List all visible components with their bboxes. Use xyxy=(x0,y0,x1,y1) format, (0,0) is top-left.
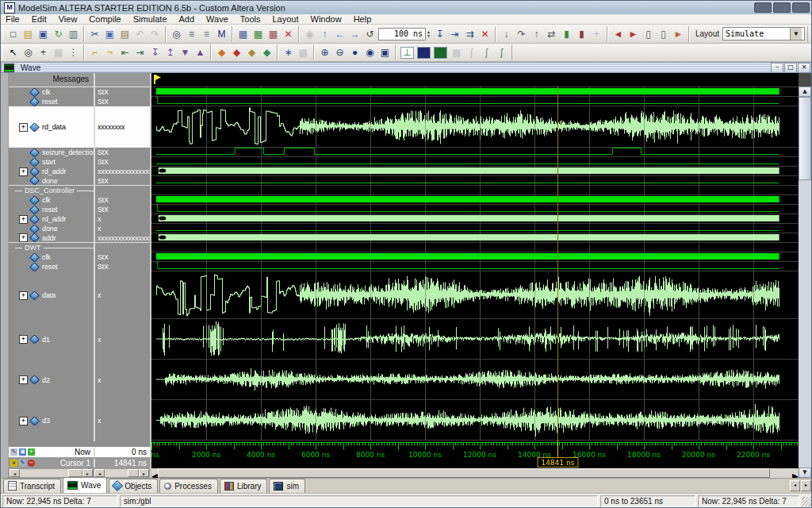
step-over-button[interactable]: ↷ xyxy=(514,27,529,41)
pan-mode-button[interactable]: + xyxy=(36,45,51,60)
tab-objects[interactable]: Objects xyxy=(109,479,158,493)
expand-button[interactable]: + xyxy=(19,417,28,425)
lock-cursor-icon[interactable]: ∎ xyxy=(10,460,17,467)
wave-canvas[interactable] xyxy=(151,73,799,468)
maximize-button[interactable] xyxy=(773,2,791,13)
follow-selection-button[interactable]: ► xyxy=(671,27,686,41)
menu-compile[interactable]: Compile xyxy=(89,14,121,24)
view-marker-icon[interactable]: ▣ xyxy=(19,448,26,456)
edit-cursor-icon[interactable]: ✎ xyxy=(19,460,26,467)
expanded-time-deltas-button[interactable] xyxy=(417,47,431,59)
save-button[interactable]: ▣ xyxy=(36,27,51,41)
wave-hscrollbar[interactable]: ◂ ▸ xyxy=(151,468,799,478)
env-forward-button[interactable]: → xyxy=(347,27,362,41)
next-transition-button[interactable]: ⇥ xyxy=(132,45,147,60)
scroll-right-icon[interactable]: ▸ xyxy=(139,469,149,477)
refresh-button[interactable]: ◉ xyxy=(302,27,317,41)
zoom-out-button[interactable]: ⊖ xyxy=(332,45,347,60)
copy-button[interactable]: ▣ xyxy=(102,27,117,41)
expand-button[interactable]: + xyxy=(19,167,28,176)
paste-button[interactable]: ▤ xyxy=(117,27,132,41)
zoom-full-button[interactable]: ● xyxy=(347,45,362,60)
step-out-button[interactable]: ↑ xyxy=(529,27,544,41)
step-current-button[interactable]: ⇄ xyxy=(544,27,559,41)
panel-close-button[interactable]: ✕ xyxy=(798,63,810,73)
expand-button[interactable]: + xyxy=(19,215,28,224)
open-button[interactable]: ▤ xyxy=(21,27,36,41)
cut-button[interactable]: ✂ xyxy=(87,27,102,41)
expand-button[interactable]: + xyxy=(19,291,28,300)
values-hscroll-thumb[interactable] xyxy=(128,469,139,477)
chevron-down-icon[interactable]: ▼ xyxy=(790,28,802,40)
filter-signals-button[interactable]: ▩ xyxy=(296,45,311,60)
wave-compare-button[interactable]: + xyxy=(589,27,604,41)
group-divider-DSC_Controller[interactable]: DSC_Controller xyxy=(9,186,150,195)
menu-simulate[interactable]: Simulate xyxy=(133,14,167,24)
signal-row-d1[interactable]: +d1x xyxy=(9,319,150,360)
find-button[interactable]: ◎ xyxy=(169,27,184,41)
compile-button[interactable]: ▦ xyxy=(236,27,251,41)
signal-row-data[interactable]: +datax xyxy=(9,271,150,319)
restart-button[interactable]: ↺ xyxy=(362,27,377,41)
expand-env-button[interactable]: ≡ xyxy=(184,27,199,41)
env-up-button[interactable]: ↑ xyxy=(317,27,332,41)
panel-restore-button[interactable]: □ xyxy=(784,63,797,73)
print-button[interactable]: ▥ xyxy=(66,27,81,41)
tab-sim[interactable]: sim xyxy=(269,479,305,493)
zoom-mode-button[interactable]: ◎ xyxy=(21,45,36,60)
prev-transition-button[interactable]: ⇤ xyxy=(117,45,132,60)
signal-row-rd_addr[interactable]: +rd_addrx xyxy=(9,214,150,224)
menu-file[interactable]: File xyxy=(6,14,20,24)
tab-transcript[interactable]: Transcript xyxy=(3,479,61,493)
combine-signals-button[interactable]: ∗ xyxy=(281,45,296,60)
cursor-row[interactable]: ∎ ✎ − Cursor 1 14841 ns xyxy=(9,457,150,468)
menu-tools[interactable]: Tools xyxy=(240,14,261,24)
select-mode-button[interactable]: ↖ xyxy=(6,45,21,60)
resize-grip[interactable] xyxy=(802,497,811,506)
expand-grid-button[interactable]: ▦ xyxy=(449,45,464,60)
compile-all-button[interactable]: ▦ xyxy=(251,27,266,41)
modelsim-docs-button[interactable]: M xyxy=(214,27,229,41)
signal-row-done[interactable]: +donex xyxy=(9,224,150,233)
collapse-env-button[interactable]: ≡ xyxy=(199,27,214,41)
run-length-spinner[interactable]: ▲▼ xyxy=(427,30,431,38)
scroll-left-icon[interactable]: ◂ xyxy=(151,468,158,476)
signal-row-seizure_detection[interactable]: +seizure_detectionStX xyxy=(9,148,150,157)
names-hscroll-thumb[interactable] xyxy=(68,469,82,477)
expanded-time-off-button[interactable]: ⊥ xyxy=(400,47,414,59)
menu-window[interactable]: Window xyxy=(311,14,342,24)
signal-row-reset[interactable]: +resetStX xyxy=(9,205,150,214)
compile-order-button[interactable]: ▦ xyxy=(266,27,281,41)
expand-button[interactable]: + xyxy=(19,233,28,242)
add-to-wave-button[interactable]: ◆ xyxy=(214,45,229,60)
expand-time-next-button[interactable]: ʃ xyxy=(494,45,509,60)
zoom-in-button[interactable]: ⊕ xyxy=(317,45,332,60)
menu-wave[interactable]: Wave xyxy=(206,14,228,24)
tab-scroll-left-icon[interactable]: ◂ xyxy=(790,480,800,491)
continue-run-button[interactable]: ⇥ xyxy=(447,27,462,41)
menu-edit[interactable]: Edit xyxy=(32,14,47,24)
menu-view[interactable]: View xyxy=(59,14,78,24)
signal-row-d3[interactable]: +d3x xyxy=(9,400,150,441)
run-button[interactable]: ↧ xyxy=(432,27,447,41)
wave-hscroll-thumb[interactable] xyxy=(158,468,770,478)
collapse-time-button[interactable]: ʃ xyxy=(464,45,479,60)
zoom-cursor-button[interactable]: ◉ xyxy=(362,45,377,60)
messages-header[interactable]: Messages xyxy=(9,73,150,87)
signal-row-start[interactable]: +startStX xyxy=(9,157,150,167)
reload-button[interactable]: ↻ xyxy=(51,27,66,41)
scroll-right-icon[interactable]: ▸ xyxy=(82,469,93,477)
scroll-right-icon[interactable]: ▸ xyxy=(792,468,799,476)
signal-row-clk[interactable]: +clkStX xyxy=(9,87,150,97)
new-file-button[interactable]: □ xyxy=(6,27,21,41)
signal-row-rd_addr[interactable]: +rd_addrxxxxxxxxxxxxxxxx xyxy=(9,167,150,176)
memory-profile-button[interactable]: ▮ xyxy=(574,27,589,41)
run-length-field[interactable]: 100 ns xyxy=(378,28,426,40)
scroll-left-icon[interactable]: ◂ xyxy=(10,469,20,477)
group-divider-DWT[interactable]: DWT xyxy=(9,243,150,252)
add-to-list-button[interactable]: ◆ xyxy=(229,45,244,60)
next-falling-edge-button[interactable]: ↥ xyxy=(163,45,178,60)
signal-row-clk[interactable]: +clkStX xyxy=(9,195,150,205)
add-to-log-button[interactable]: ◆ xyxy=(244,45,259,60)
insert-cursor-button[interactable]: ⌐ xyxy=(87,45,102,60)
